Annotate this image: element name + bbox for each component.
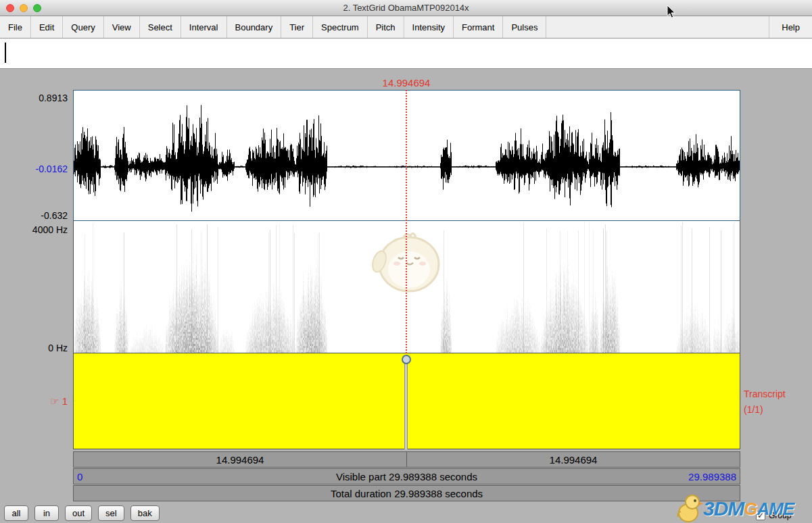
title-bar: 2. TextGrid ObamaMTP092014x [0, 0, 812, 16]
menu-pulses[interactable]: Pulses [503, 16, 546, 38]
menu-help[interactable]: Help [769, 16, 812, 38]
zoom-button-row: all in out sel bak [4, 505, 160, 521]
close-button[interactable] [6, 4, 14, 12]
tier-count-label: (1/1) [744, 404, 811, 415]
menu-tier[interactable]: Tier [281, 16, 313, 38]
zoom-window-button[interactable] [33, 4, 41, 12]
zoom-back-button[interactable]: bak [130, 505, 160, 521]
menu-bar: File Edit Query View Select Interval Bou… [0, 16, 812, 39]
visible-start-label: 0 [77, 471, 82, 482]
menu-select[interactable]: Select [140, 16, 181, 38]
menu-file[interactable]: File [0, 16, 31, 38]
freq-bottom-label: 0 Hz [0, 343, 68, 353]
total-duration-bar[interactable]: Total duration 29.989388 seconds [73, 485, 740, 501]
freq-top-label: 4000 Hz [0, 224, 68, 235]
group-checkbox[interactable]: ✓ [756, 511, 765, 520]
tier-cursor-line [404, 364, 408, 449]
zoom-out-button[interactable]: out [65, 505, 92, 521]
selection-bar-left[interactable]: 14.994694 [73, 451, 407, 468]
total-duration-label: Total duration 29.989388 seconds [331, 488, 483, 499]
menu-formant[interactable]: Formant [454, 16, 503, 38]
menu-pitch[interactable]: Pitch [368, 16, 404, 38]
menu-view[interactable]: View [104, 16, 140, 38]
interval-text-field[interactable] [0, 39, 812, 69]
menu-boundary[interactable]: Boundary [227, 16, 282, 38]
check-icon: ✓ [757, 511, 764, 520]
amp-min-label: -0.632 [0, 210, 68, 221]
minimize-button[interactable] [20, 4, 28, 12]
zoom-selection-button[interactable]: sel [98, 505, 124, 521]
menu-intensity[interactable]: Intensity [404, 16, 454, 38]
group-label: Group [769, 511, 791, 520]
menu-interval[interactable]: Interval [181, 16, 227, 38]
panel-stack: 14.994694 14.994694 0 Visible part 29.98… [73, 90, 740, 501]
window-title: 2. TextGrid ObamaMTP092014x [343, 3, 469, 13]
zoom-all-button[interactable]: all [4, 505, 28, 521]
cursor-line [406, 90, 407, 353]
group-control: ✓ Group [756, 511, 791, 520]
tier-selector-label[interactable]: ☞ 1 [0, 395, 68, 407]
cursor-handle[interactable] [402, 355, 411, 364]
tier-name-label[interactable]: Transcript [744, 389, 811, 399]
zoom-in-button[interactable]: in [34, 505, 59, 521]
selection-bar-right[interactable]: 14.994694 [406, 451, 740, 468]
amp-at-cursor-label: -0.0162 [0, 164, 68, 174]
editor-canvas-area: 14.994694 0.8913 -0.0162 -0.632 4000 Hz … [0, 69, 812, 523]
menu-edit[interactable]: Edit [31, 16, 63, 38]
selection-duration-row: 14.994694 14.994694 [73, 451, 740, 468]
visible-part-label: Visible part 29.989388 seconds [336, 471, 477, 482]
menu-spectrum[interactable]: Spectrum [313, 16, 368, 38]
cursor-time-label: 14.994694 [366, 77, 447, 89]
menu-query[interactable]: Query [63, 16, 103, 38]
visible-end-label: 29.989388 [688, 471, 736, 482]
text-caret [5, 43, 6, 63]
amp-max-label: 0.8913 [0, 93, 68, 103]
visible-part-bar[interactable]: 0 Visible part 29.989388 seconds 29.9893… [73, 468, 740, 484]
